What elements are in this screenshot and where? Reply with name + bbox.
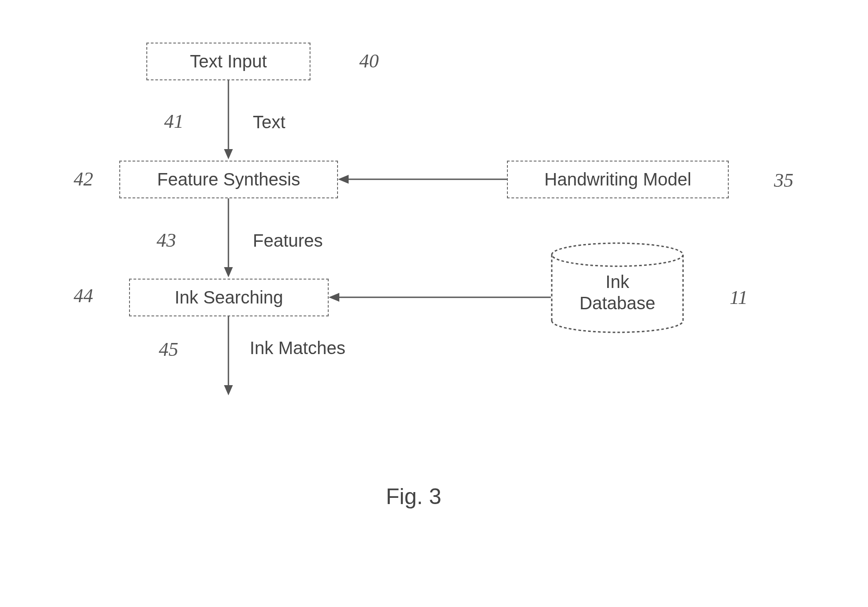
arrow-ink-searching-output (224, 316, 233, 398)
handwriting-model-box: Handwriting Model (507, 161, 729, 198)
ink-searching-box: Ink Searching (129, 279, 329, 316)
annotation-44: 44 (74, 284, 93, 307)
edge-label-ink-matches: Ink Matches (250, 338, 346, 358)
annotation-42: 42 (74, 168, 93, 190)
svg-marker-3 (338, 175, 349, 184)
svg-marker-1 (224, 149, 233, 159)
arrow-ink-database-to-ink-searching (329, 293, 551, 304)
handwriting-model-label: Handwriting Model (544, 169, 691, 189)
feature-synthesis-label: Feature Synthesis (157, 169, 300, 189)
edge-label-text: Text (253, 112, 285, 132)
svg-marker-10 (224, 385, 233, 395)
annotation-11: 11 (730, 286, 748, 309)
svg-point-6 (552, 243, 683, 266)
text-input-box: Text Input (146, 43, 310, 80)
ink-database-label: Ink Database (579, 271, 655, 314)
ink-database-cylinder: Ink Database (551, 242, 684, 333)
annotation-40: 40 (359, 50, 379, 72)
edge-label-features: Features (253, 231, 323, 251)
annotation-45: 45 (159, 338, 178, 361)
arrow-text-input-to-feature-synthesis (224, 80, 233, 162)
annotation-43: 43 (157, 229, 176, 252)
figure-caption: Fig. 3 (386, 484, 441, 509)
text-input-label: Text Input (190, 51, 267, 71)
arrow-feature-synthesis-to-ink-searching (224, 198, 233, 280)
annotation-41: 41 (164, 110, 184, 133)
ink-searching-label: Ink Searching (175, 288, 283, 307)
arrow-handwriting-to-feature-synthesis (338, 175, 507, 185)
feature-synthesis-box: Feature Synthesis (119, 161, 338, 198)
svg-marker-8 (329, 293, 339, 302)
annotation-35: 35 (774, 169, 793, 192)
svg-marker-5 (224, 267, 233, 277)
